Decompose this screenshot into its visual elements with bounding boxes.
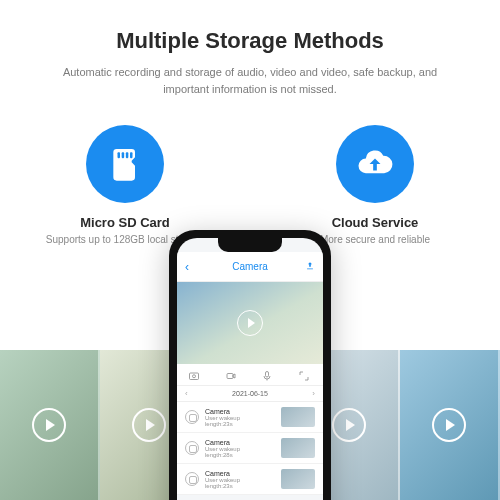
cloud-upload-icon — [353, 142, 397, 186]
mic-icon[interactable] — [261, 368, 275, 382]
chevron-right-icon[interactable]: › — [312, 389, 315, 398]
event-thumbnail — [281, 438, 315, 458]
event-title: Camera — [205, 408, 275, 415]
share-icon[interactable] — [305, 261, 315, 273]
phone-screen: ‹ Camera ‹ 2021-06-15 — [177, 238, 323, 500]
play-icon — [32, 408, 66, 442]
hero-section: Multiple Storage Methods Automatic recor… — [0, 0, 500, 500]
bg-thumb-5 — [400, 350, 500, 500]
expand-icon[interactable] — [298, 368, 312, 382]
bg-thumb-1 — [0, 350, 100, 500]
svg-point-5 — [193, 374, 196, 377]
chevron-left-icon[interactable]: ‹ — [185, 389, 188, 398]
app-header: ‹ Camera — [177, 252, 323, 282]
date-label: 2021-06-15 — [232, 390, 268, 397]
svg-rect-2 — [126, 152, 128, 158]
event-type-icon — [185, 410, 199, 424]
event-line3: length:28s — [205, 452, 275, 458]
event-line3: length:23s — [205, 421, 275, 427]
feature-cloud: Cloud Service More secure and reliable — [295, 125, 455, 245]
feature-cloud-desc: More secure and reliable — [320, 234, 430, 245]
list-item[interactable]: Camera User wakeup length:23s — [177, 402, 323, 433]
phone-notch — [218, 238, 282, 252]
event-list: Camera User wakeup length:23s Camera Use… — [177, 402, 323, 495]
feature-row: Micro SD Card Supports up to 128GB local… — [0, 125, 500, 245]
page-title: Multiple Storage Methods — [0, 0, 500, 54]
svg-rect-4 — [190, 373, 199, 380]
event-thumbnail — [281, 407, 315, 427]
feature-sd-title: Micro SD Card — [80, 215, 170, 230]
event-type-icon — [185, 441, 199, 455]
list-item[interactable]: Camera User wakeup length:23s — [177, 464, 323, 495]
phone-mockup: ‹ Camera ‹ 2021-06-15 — [169, 230, 331, 500]
event-title: Camera — [205, 439, 275, 446]
event-title: Camera — [205, 470, 275, 477]
svg-rect-1 — [122, 152, 125, 158]
record-icon[interactable] — [225, 368, 239, 382]
live-video-preview[interactable] — [177, 282, 323, 364]
play-icon — [132, 408, 166, 442]
svg-rect-0 — [118, 152, 121, 158]
snapshot-icon[interactable] — [188, 368, 202, 382]
feature-cloud-title: Cloud Service — [332, 215, 419, 230]
play-icon[interactable] — [237, 310, 263, 336]
storage-methods-page: Multiple Storage Methods Automatic recor… — [0, 0, 500, 500]
play-icon — [332, 408, 366, 442]
app-title: Camera — [232, 261, 268, 272]
cloud-icon-circle — [336, 125, 414, 203]
sd-card-icon — [86, 125, 164, 203]
svg-rect-3 — [130, 152, 133, 158]
event-thumbnail — [281, 469, 315, 489]
page-subtitle: Automatic recording and storage of audio… — [60, 64, 440, 97]
microsd-icon — [105, 144, 145, 184]
list-item[interactable]: Camera User wakeup length:28s — [177, 433, 323, 464]
play-icon — [432, 408, 466, 442]
event-type-icon — [185, 472, 199, 486]
video-controls — [177, 364, 323, 386]
event-line3: length:23s — [205, 483, 275, 489]
date-bar[interactable]: ‹ 2021-06-15 › — [177, 386, 323, 402]
svg-rect-6 — [227, 373, 233, 378]
back-icon[interactable]: ‹ — [185, 260, 189, 274]
feature-sd-card: Micro SD Card Supports up to 128GB local… — [45, 125, 205, 245]
svg-rect-7 — [266, 371, 269, 377]
